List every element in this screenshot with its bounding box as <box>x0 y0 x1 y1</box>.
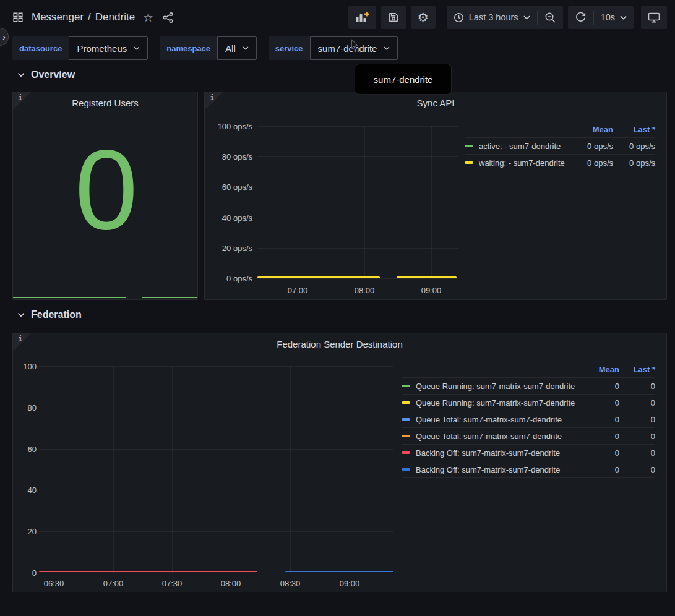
legend-last-value: 0 <box>619 415 655 424</box>
star-icon[interactable]: ☆ <box>143 12 153 24</box>
chevron-down-icon <box>17 312 25 317</box>
section-federation[interactable]: Federation <box>17 309 82 320</box>
cycle-view-mode-button[interactable] <box>641 6 667 29</box>
legend-row: Queue Running: sum7-matrix-sum7-dendrite… <box>402 395 655 411</box>
stat-sparkline-segment <box>13 297 126 298</box>
series-color-swatch <box>402 401 410 404</box>
legend-mean-value: 0 <box>582 465 619 474</box>
dashboard-settings-button[interactable]: ⚙ <box>411 6 436 29</box>
share-icon[interactable] <box>162 12 174 24</box>
legend-series-label[interactable]: Backing Off: sum7-matrix-sum7-dendrite <box>402 465 582 474</box>
refresh-button[interactable] <box>568 6 593 29</box>
series-color-swatch <box>402 385 410 387</box>
y-tick: 100 ops/s <box>218 122 252 131</box>
time-range-label: Last 3 hours <box>469 12 518 22</box>
series-color-swatch <box>402 468 410 471</box>
backing-off-blue-line-segment <box>285 571 393 572</box>
x-tick: 09:00 <box>421 286 442 295</box>
gridline <box>257 126 458 127</box>
legend-mean-header[interactable]: Mean <box>582 365 619 374</box>
legend-mean-header[interactable]: Mean <box>574 125 613 134</box>
refresh-group: 10s <box>568 6 634 29</box>
federation-y-axis: 100 80 60 40 20 0 <box>18 333 37 592</box>
legend-series-label[interactable]: Queue Running: sum7-matrix-sum7-dendrite <box>402 398 582 408</box>
x-tick: 09:00 <box>340 579 360 588</box>
legend-row: Backing Off: sum7-matrix-sum7-dendrite 0… <box>402 445 655 461</box>
x-tick: 08:00 <box>355 286 375 295</box>
legend-series-label[interactable]: active: - sum7-dendrite <box>465 142 574 151</box>
monitor-icon <box>648 12 660 23</box>
gridline <box>257 156 458 157</box>
save-dashboard-button[interactable] <box>381 6 406 29</box>
grafana-dashboard: Messenger / Dendrite ☆ ⚙ Last 3 hours <box>0 0 675 616</box>
legend-mean-value: 0 ops/s <box>574 158 613 168</box>
breadcrumb-dashboard-title[interactable]: Dendrite <box>95 11 135 24</box>
legend-last-header[interactable]: Last * <box>613 125 655 134</box>
y-tick: 60 <box>28 445 37 454</box>
dashboard-toolbar: ⚙ Last 3 hours 10s <box>343 6 667 29</box>
gridline <box>231 366 231 573</box>
x-tick: 07:30 <box>162 579 183 588</box>
gridline <box>431 126 432 278</box>
federation-legend: Mean Last * Queue Running: sum7-matrix-s… <box>402 361 655 478</box>
mouse-cursor <box>351 39 359 51</box>
time-range-button[interactable]: Last 3 hours <box>447 6 537 29</box>
breadcrumb: Messenger / Dendrite ☆ <box>12 11 174 24</box>
legend-last-value: 0 ops/s <box>613 142 655 151</box>
section-overview[interactable]: Overview <box>17 69 75 80</box>
time-picker-group: Last 3 hours <box>447 6 563 29</box>
y-tick: 100 <box>23 362 37 371</box>
gridline <box>113 366 114 573</box>
legend-row: active: - sum7-dendrite 0 ops/s 0 ops/s <box>465 138 655 155</box>
legend-mean-value: 0 ops/s <box>574 142 613 151</box>
zoom-out-icon <box>544 12 556 24</box>
series-name: waiting: - sum7-dendrite <box>479 158 565 168</box>
gridline <box>54 366 54 573</box>
refresh-icon <box>575 12 587 24</box>
breadcrumb-folder[interactable]: Messenger <box>32 11 84 24</box>
legend-series-label[interactable]: Queue Total: sum7-matrix-sum7-dendrite <box>402 415 582 424</box>
chevron-down-icon <box>243 46 249 50</box>
legend-series-label[interactable]: waiting: - sum7-dendrite <box>465 158 574 168</box>
gear-icon: ⚙ <box>418 11 429 24</box>
x-tick: 06:30 <box>44 579 64 588</box>
gridline <box>257 278 458 279</box>
legend-mean-value: 0 <box>582 432 619 441</box>
gridline <box>172 366 173 573</box>
y-tick: 40 <box>28 486 37 495</box>
variable-service: service sum7-dendrite <box>269 36 398 60</box>
sync-api-y-axis: 100 ops/s 80 ops/s 60 ops/s 40 ops/s 20 … <box>211 92 252 299</box>
variable-datasource-picker[interactable]: Prometheus <box>69 36 148 60</box>
legend-mean-value: 0 <box>582 398 619 408</box>
legend-series-label[interactable]: Queue Total: sum7-matrix-sum7-dendrite <box>402 432 582 441</box>
refresh-interval-button[interactable]: 10s <box>594 6 634 29</box>
stat-sparkline-segment <box>142 297 197 298</box>
panel-sync-api-title[interactable]: Sync API <box>230 98 642 108</box>
variable-namespace-picker[interactable]: All <box>217 36 257 60</box>
sync-api-plot-area[interactable]: 07:00 08:00 09:00 <box>257 126 458 278</box>
legend-series-label[interactable]: Backing Off: sum7-matrix-sum7-dendrite <box>402 448 582 458</box>
panel-federation-sender-title[interactable]: Federation Sender Destination <box>38 339 642 349</box>
series-name: Backing Off: sum7-matrix-sum7-dendrite <box>416 448 560 458</box>
gridline <box>350 366 350 573</box>
y-tick: 0 ops/s <box>226 274 252 283</box>
chevron-down-icon <box>17 72 25 77</box>
series-color-swatch <box>402 435 410 437</box>
add-panel-button[interactable] <box>348 6 376 29</box>
legend-last-value: 0 <box>619 432 655 441</box>
legend-row: Queue Running: sum7-matrix-sum7-dendrite… <box>402 378 655 395</box>
breadcrumb-separator: / <box>88 11 91 24</box>
federation-plot-area[interactable]: 06:30 07:00 07:30 08:00 08:30 09:00 <box>39 366 393 573</box>
legend-series-label[interactable]: Queue Running: sum7-matrix-sum7-dendrite <box>402 382 582 391</box>
info-icon: i <box>18 93 22 102</box>
chevron-down-icon <box>620 15 627 20</box>
variable-service-label: service <box>269 36 310 60</box>
legend-header-row: Mean Last * <box>465 121 655 138</box>
zoom-out-time-button[interactable] <box>538 6 563 29</box>
series-name: Queue Total: sum7-matrix-sum7-dendrite <box>416 432 562 441</box>
legend-last-header[interactable]: Last * <box>619 365 655 374</box>
dashboards-grid-icon[interactable] <box>12 12 24 23</box>
panel-registered-users-title[interactable]: Registerd Users <box>38 98 173 108</box>
legend-mean-value: 0 <box>582 448 619 458</box>
variable-namespace-value: All <box>225 43 236 54</box>
